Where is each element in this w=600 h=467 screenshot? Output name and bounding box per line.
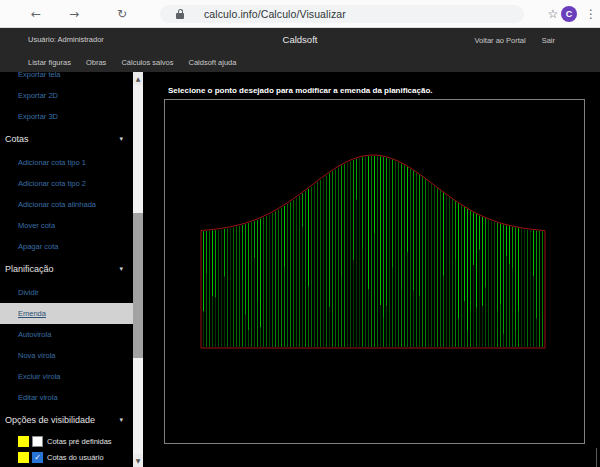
browser-menu-icon[interactable]: ⋮ <box>583 0 599 28</box>
checkbox[interactable]: ✓ <box>32 452 43 463</box>
sidebar-link-emenda[interactable]: Emenda <box>0 303 133 324</box>
visibility-option-cotas-pre-definidas[interactable]: Cotas pré definidas <box>0 433 133 449</box>
browser-reload-icon[interactable]: ↻ <box>114 0 130 28</box>
color-swatch <box>18 452 29 463</box>
sidebar-section-label: Planificação <box>5 264 54 274</box>
sidebar-section-opcoes-de-visibilidade[interactable]: Opções de visibilidade▾ <box>0 408 133 433</box>
sidebar-section-cotas[interactable]: Cotas▾ <box>0 127 133 152</box>
main-content: Selecione o ponto desejado para modifica… <box>150 72 600 467</box>
header-link-sair[interactable]: Sair <box>542 36 555 45</box>
sidebar-scrollbar[interactable]: ▲ ▼ <box>133 72 143 467</box>
checkbox[interactable] <box>32 436 43 447</box>
chevron-down-icon[interactable]: ▾ <box>119 257 123 282</box>
sidebar-link-nova-virola[interactable]: Nova virola <box>0 345 133 366</box>
scrollbar-thumb[interactable] <box>133 213 143 358</box>
instruction-text: Selecione o ponto desejado para modifica… <box>168 86 433 95</box>
sidebar-section-label: Cotas <box>5 134 29 144</box>
sidebar-link-editar-virola[interactable]: Editar virola <box>0 387 133 408</box>
page-scrollbar-fragment <box>596 448 597 467</box>
nav-item-obras[interactable]: Obras <box>86 58 106 67</box>
sidebar-link-dividir[interactable]: Dividir <box>0 282 133 303</box>
site-header: Usuário: Administrador Caldsoft Voltar a… <box>0 28 600 52</box>
sidebar-link-exportar-tela[interactable]: Exportar tela <box>0 72 133 85</box>
checkbox-label: Cotas do usuário <box>47 453 104 462</box>
sidebar-section-planificacao[interactable]: Planificação▾ <box>0 257 133 282</box>
color-swatch <box>18 436 29 447</box>
chevron-down-icon[interactable]: ▾ <box>119 127 123 152</box>
application-window: ← → ↻ calculo.info/Calculo/Visualizar ☆ … <box>0 0 600 467</box>
url-text: calculo.info/Calculo/Visualizar <box>204 8 346 20</box>
sidebar-link-adicionar-cota-alinhada[interactable]: Adicionar cota alinhada <box>0 194 133 215</box>
sidebar-link-mover-cota[interactable]: Mover cota <box>0 215 133 236</box>
address-bar[interactable]: calculo.info/Calculo/Visualizar <box>160 5 524 23</box>
browser-forward-icon[interactable]: → <box>66 0 82 28</box>
sidebar-link-exportar-2d[interactable]: Exportar 2D <box>0 85 133 106</box>
sidebar-link-excluir-virola[interactable]: Excluir virola <box>0 366 133 387</box>
nav-item-listar-figuras[interactable]: Listar figuras <box>28 58 71 67</box>
scroll-down-icon[interactable]: ▼ <box>133 454 143 467</box>
scroll-up-icon[interactable]: ▲ <box>133 72 143 85</box>
nav-item-caldsoft-ajuda[interactable]: Caldsoft ajuda <box>188 58 236 67</box>
sidebar-menu: Exportar telaExportar 2DExportar 3DCotas… <box>0 72 133 467</box>
browser-avatar[interactable]: C <box>561 6 577 22</box>
nav-item-calculos-salvos[interactable]: Cálculos salvos <box>121 58 173 67</box>
bookmark-star-icon[interactable]: ☆ <box>545 0 561 28</box>
drawing-canvas[interactable] <box>164 99 585 444</box>
browser-toolbar: ← → ↻ calculo.info/Calculo/Visualizar ☆ … <box>0 0 600 28</box>
header-links: Voltar ao PortalSair <box>474 28 555 52</box>
sidebar-link-exportar-3d[interactable]: Exportar 3D <box>0 106 133 127</box>
lock-icon <box>176 9 184 19</box>
sidebar-link-apagar-cota[interactable]: Apagar cota <box>0 236 133 257</box>
main-navigation: Listar figurasObrasCálculos salvosCaldso… <box>0 52 600 72</box>
chevron-down-icon[interactable]: ▾ <box>119 408 123 433</box>
sidebar-link-adicionar-cota-tipo-1[interactable]: Adicionar cota tipo 1 <box>0 152 133 173</box>
browser-back-icon[interactable]: ← <box>28 0 44 28</box>
sidebar-section-label: Opções de visibilidade <box>5 415 95 425</box>
visibility-option-cotas-do-usuario[interactable]: ✓Cotas do usuário <box>0 449 133 465</box>
sidebar-link-autovirola[interactable]: Autovirola <box>0 324 133 345</box>
header-link-voltar-ao-portal[interactable]: Voltar ao Portal <box>474 36 525 45</box>
sidebar: Exportar telaExportar 2DExportar 3DCotas… <box>0 72 150 467</box>
planification-drawing[interactable] <box>165 100 584 443</box>
checkbox-label: Cotas pré definidas <box>47 437 112 446</box>
sidebar-link-adicionar-cota-tipo-2[interactable]: Adicionar cota tipo 2 <box>0 173 133 194</box>
